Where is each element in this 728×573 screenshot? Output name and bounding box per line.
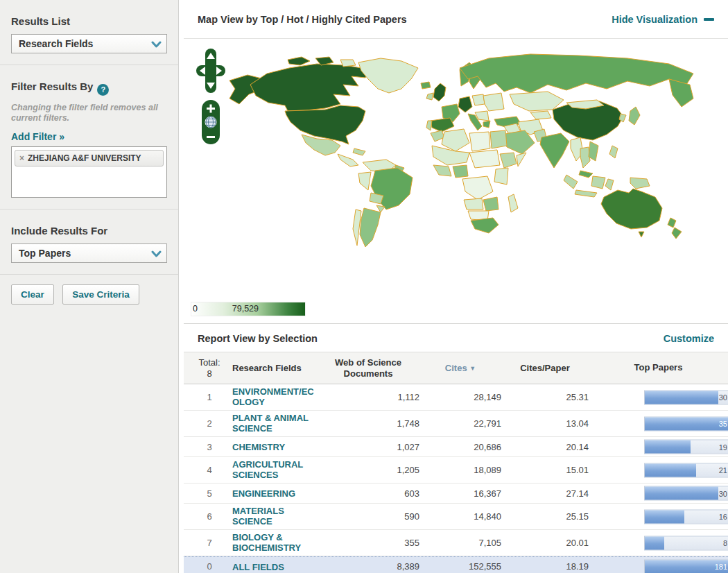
top-papers-bar: 35 <box>644 416 728 431</box>
row-top-papers-cell: 21 <box>589 459 728 481</box>
column-header-research-fields: Research Fields <box>225 363 317 374</box>
top-papers-value: 16 <box>719 513 727 521</box>
table-row[interactable]: 1 ENVIRONMENT/ECOLOGY 1,112 28,149 25.31… <box>184 384 728 411</box>
choropleth-world-map[interactable] <box>184 43 725 302</box>
research-field-link[interactable]: ENVIRONMENT/ECOLOGY <box>232 386 317 407</box>
row-rank: 4 <box>193 465 225 475</box>
row-cites: 22,791 <box>419 418 501 429</box>
legend-max-value: 79,529 <box>232 304 259 314</box>
results-list-heading: Results List <box>11 15 167 27</box>
top-papers-bar-fill <box>645 487 718 500</box>
row-cites: 152,555 <box>419 561 501 572</box>
filter-note: Changing the filter field removes all cu… <box>11 103 167 123</box>
top-papers-value: 30 <box>719 489 727 497</box>
column-header-wos-documents: Web of Science Documents <box>317 357 419 379</box>
top-papers-bar-fill <box>645 463 696 477</box>
table-row[interactable]: 2 PLANT & ANIMAL SCIENCE 1,748 22,791 13… <box>184 411 728 437</box>
row-cites: 16,367 <box>419 488 501 499</box>
research-field-link[interactable]: CHEMISTRY <box>232 442 285 452</box>
table-row[interactable]: 7 BIOLOGY & BIOCHEMISTRY 355 7,105 20.01… <box>184 530 728 556</box>
report-title: Report View by Selection <box>198 333 318 344</box>
row-top-papers-cell: 16 <box>589 506 728 527</box>
total-value: 8 <box>193 368 225 379</box>
table-row[interactable]: 3 CHEMISTRY 1,027 20,686 20.14 19 <box>184 437 728 457</box>
clear-button[interactable]: Clear <box>11 284 54 305</box>
row-cites-per-paper: 27.14 <box>501 488 589 499</box>
top-papers-bar-fill <box>645 536 664 549</box>
research-field-link[interactable]: MATERIALS SCIENCE <box>232 506 317 527</box>
table-row[interactable]: 4 AGRICULTURAL SCIENCES 1,205 18,089 15.… <box>184 457 728 484</box>
include-results-selected-value: Top Papers <box>19 248 71 259</box>
report-section: Report View by Selection Customize Total… <box>184 323 728 573</box>
total-label: Total: <box>193 357 225 368</box>
column-header-cites-per-paper: Cites/Paper <box>501 363 589 374</box>
row-rank: 2 <box>193 418 225 429</box>
hide-visualization-label: Hide Visualization <box>612 14 697 25</box>
research-field-link[interactable]: BIOLOGY & BIOCHEMISTRY <box>232 532 317 553</box>
map-title: Map View by Top / Hot / Highly Cited Pap… <box>198 14 407 25</box>
remove-filter-icon[interactable]: × <box>19 153 24 163</box>
row-rank: 3 <box>193 442 225 452</box>
map-header: Map View by Top / Hot / Highly Cited Pap… <box>184 0 728 39</box>
map-pan-control[interactable] <box>195 47 227 96</box>
table-row[interactable]: 0 ALL FIELDS 8,389 152,555 18.19 181 <box>184 556 728 573</box>
hide-visualization-link[interactable]: Hide Visualization <box>612 14 714 25</box>
map-zoom-control[interactable] <box>202 100 220 146</box>
table-row[interactable]: 6 MATERIALS SCIENCE 590 14,840 25.15 16 <box>184 504 728 530</box>
research-field-link[interactable]: ALL FIELDS <box>232 562 284 572</box>
row-wos-documents: 355 <box>317 538 419 548</box>
add-filter-link[interactable]: Add Filter » <box>11 131 64 142</box>
include-results-section: Include Results For Top Papers <box>0 209 178 274</box>
table-header-row: Total: 8 Research Fields Web of Science … <box>184 352 728 384</box>
row-top-papers-cell: 30 <box>589 486 728 501</box>
filter-tag-label: ZHEJIANG A&F UNIVERSITY <box>28 153 141 163</box>
include-results-heading: Include Results For <box>11 225 167 237</box>
row-cites-per-paper: 20.01 <box>501 538 589 548</box>
top-papers-bar: 16 <box>644 509 728 524</box>
row-wos-documents: 603 <box>317 488 419 499</box>
row-cites: 7,105 <box>419 538 501 548</box>
row-cites-per-paper: 20.14 <box>501 442 589 452</box>
active-filters-box: × ZHEJIANG A&F UNIVERSITY <box>11 146 167 198</box>
row-wos-documents: 590 <box>317 511 419 522</box>
top-papers-bar-fill <box>645 441 691 454</box>
research-field-link[interactable]: AGRICULTURAL SCIENCES <box>232 459 317 480</box>
collapse-minus-icon <box>704 18 714 21</box>
research-field-link[interactable]: ENGINEERING <box>232 488 295 499</box>
filter-tag[interactable]: × ZHEJIANG A&F UNIVERSITY <box>15 150 164 166</box>
row-cites-per-paper: 18.19 <box>501 561 589 572</box>
top-papers-value: 30 <box>719 393 727 402</box>
chevron-down-icon <box>151 40 162 51</box>
cites-header-label: Cites <box>445 363 467 373</box>
column-header-top-papers-wrap: Top Papers <box>589 352 728 384</box>
results-list-select[interactable]: Research Fields <box>11 34 167 53</box>
research-field-link[interactable]: PLANT & ANIMAL SCIENCE <box>232 413 317 434</box>
row-cites-per-paper: 25.15 <box>501 511 589 522</box>
top-papers-value: 8 <box>723 539 727 547</box>
top-papers-bar: 21 <box>644 463 728 477</box>
row-wos-documents: 1,205 <box>317 465 419 475</box>
row-cites: 20,686 <box>419 442 501 452</box>
help-icon[interactable]: ? <box>97 84 109 96</box>
chevron-down-icon <box>151 249 162 261</box>
legend-min-value: 0 <box>193 304 198 314</box>
top-papers-bar: 19 <box>644 440 728 454</box>
row-cites-per-paper: 15.01 <box>501 465 589 475</box>
filter-heading: Filter Results By? <box>11 80 167 96</box>
top-papers-bar-fill <box>645 391 718 404</box>
row-cites-per-paper: 25.31 <box>501 392 589 402</box>
row-cites: 14,840 <box>419 511 501 522</box>
criteria-buttons-section: Clear Save Criteria <box>0 274 178 316</box>
results-list-section: Results List Research Fields <box>0 0 178 65</box>
row-rank: 0 <box>193 561 225 572</box>
row-top-papers-cell: 35 <box>589 413 728 434</box>
row-rank: 7 <box>193 538 225 548</box>
row-wos-documents: 1,112 <box>317 392 419 402</box>
customize-link[interactable]: Customize <box>664 333 714 344</box>
save-criteria-button[interactable]: Save Criteria <box>62 284 139 305</box>
column-header-cites-sort[interactable]: Cites ▼ <box>419 363 501 374</box>
results-list-selected-value: Research Fields <box>19 38 93 49</box>
top-papers-value: 35 <box>719 420 727 428</box>
table-row[interactable]: 5 ENGINEERING 603 16,367 27.14 30 <box>184 484 728 504</box>
include-results-select[interactable]: Top Papers <box>11 243 167 263</box>
